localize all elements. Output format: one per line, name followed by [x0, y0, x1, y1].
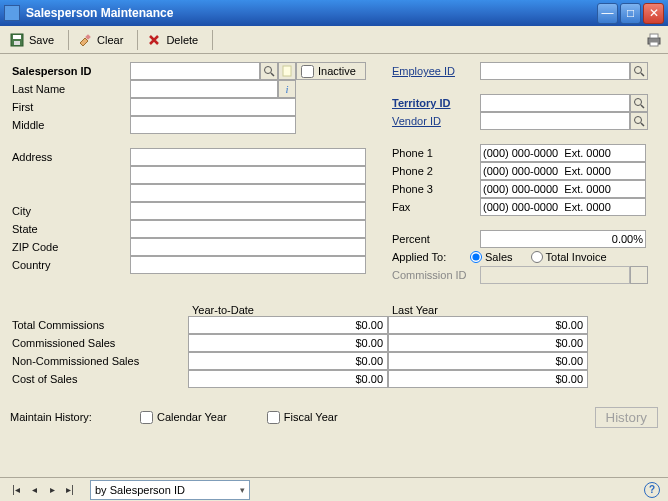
delete-icon [146, 32, 162, 48]
nav-last-button[interactable]: ▸| [62, 482, 78, 498]
svg-point-14 [635, 117, 642, 124]
svg-point-7 [265, 67, 272, 74]
svg-line-8 [271, 73, 274, 76]
salesperson-id-note[interactable] [278, 62, 296, 80]
salesperson-id-field[interactable] [130, 62, 260, 80]
close-button[interactable]: ✕ [643, 3, 664, 24]
employee-id-field[interactable] [480, 62, 630, 80]
titlebar: Salesperson Maintenance — □ ✕ [0, 0, 668, 26]
phone2-field[interactable] [480, 162, 646, 180]
zip-field[interactable] [130, 238, 366, 256]
maintain-history-label: Maintain History: [10, 411, 138, 423]
inactive-checkbox[interactable] [301, 65, 314, 78]
middle-field[interactable] [130, 116, 296, 134]
applied-sales-radio[interactable] [470, 251, 482, 263]
inactive-container: Inactive [296, 62, 366, 80]
inactive-label: Inactive [318, 65, 356, 77]
address1-field[interactable] [130, 148, 366, 166]
address3-field[interactable] [130, 184, 366, 202]
fax-label: Fax [390, 201, 480, 213]
commissioned-sales-row: Commissioned Sales $0.00 $0.00 [10, 334, 658, 352]
non-commissioned-sales-row: Non-Commissioned Sales $0.00 $0.00 [10, 352, 658, 370]
svg-line-15 [641, 123, 644, 126]
city-label: City [10, 205, 130, 217]
cost-of-sales-ytd[interactable]: $0.00 [188, 370, 388, 388]
territory-id-lookup[interactable] [630, 94, 648, 112]
employee-id-lookup[interactable] [630, 62, 648, 80]
phone3-label: Phone 3 [390, 183, 480, 195]
calendar-year-label: Calendar Year [157, 411, 227, 423]
fiscal-year-checkbox[interactable] [267, 411, 280, 424]
applied-sales-label: Sales [485, 251, 513, 263]
territory-id-link[interactable]: Territory ID [390, 97, 480, 109]
clear-button[interactable]: Clear [72, 29, 132, 51]
cost-of-sales-row: Cost of Sales $0.00 $0.00 [10, 370, 658, 388]
percent-label: Percent [390, 233, 480, 245]
print-button[interactable] [644, 30, 664, 50]
toolbar: Save Clear Delete [0, 26, 668, 54]
help-button[interactable]: ? [644, 482, 660, 498]
minimize-button[interactable]: — [597, 3, 618, 24]
save-icon [9, 32, 25, 48]
last-name-field[interactable] [130, 80, 278, 98]
clear-label: Clear [97, 34, 123, 46]
phone1-label: Phone 1 [390, 147, 480, 159]
last-name-label: Last Name [10, 83, 130, 95]
percent-field[interactable] [480, 230, 646, 248]
nav-prev-button[interactable]: ◂ [26, 482, 42, 498]
middle-label: Middle [10, 119, 130, 131]
phone3-field[interactable] [480, 180, 646, 198]
calendar-year-checkbox[interactable] [140, 411, 153, 424]
save-label: Save [29, 34, 54, 46]
totals-header: Year-to-Date Last Year [10, 304, 658, 316]
commissioned-sales-ytd[interactable]: $0.00 [188, 334, 388, 352]
zip-label: ZIP Code [10, 241, 130, 253]
delete-button[interactable]: Delete [141, 29, 207, 51]
svg-rect-6 [650, 42, 658, 46]
vendor-id-field[interactable] [480, 112, 630, 130]
info-icon: i [285, 83, 288, 95]
vendor-id-link[interactable]: Vendor ID [390, 115, 480, 127]
non-commissioned-sales-ytd[interactable]: $0.00 [188, 352, 388, 370]
save-button[interactable]: Save [4, 29, 63, 51]
salesperson-id-lookup[interactable] [260, 62, 278, 80]
first-field[interactable] [130, 98, 296, 116]
commission-id-lookup [630, 266, 648, 284]
total-commissions-ly[interactable]: $0.00 [388, 316, 588, 334]
city-field[interactable] [130, 202, 366, 220]
employee-id-link[interactable]: Employee ID [390, 65, 480, 77]
applied-total-invoice-radio[interactable] [531, 251, 543, 263]
history-button: History [595, 407, 658, 428]
salesperson-id-label: Salesperson ID [10, 65, 130, 77]
svg-line-11 [641, 73, 644, 76]
fax-field[interactable] [480, 198, 646, 216]
total-commissions-ytd[interactable]: $0.00 [188, 316, 388, 334]
commissioned-sales-ly[interactable]: $0.00 [388, 334, 588, 352]
fiscal-year-label: Fiscal Year [284, 411, 338, 423]
country-field[interactable] [130, 256, 366, 274]
ytd-header: Year-to-Date [188, 304, 388, 316]
sort-by-dropdown[interactable]: by Salesperson ID ▾ [90, 480, 250, 500]
non-commissioned-sales-ly[interactable]: $0.00 [388, 352, 588, 370]
search-icon [633, 115, 645, 127]
window-title: Salesperson Maintenance [26, 6, 597, 20]
svg-rect-2 [14, 41, 20, 45]
nav-next-button[interactable]: ▸ [44, 482, 60, 498]
total-commissions-label: Total Commissions [10, 316, 188, 334]
svg-point-10 [635, 67, 642, 74]
vendor-id-lookup[interactable] [630, 112, 648, 130]
state-field[interactable] [130, 220, 366, 238]
clear-icon [77, 32, 93, 48]
svg-rect-9 [283, 66, 291, 76]
applied-to-label: Applied To: [390, 251, 462, 263]
non-commissioned-sales-label: Non-Commissioned Sales [10, 352, 188, 370]
address2-field[interactable] [130, 166, 366, 184]
phone1-field[interactable] [480, 144, 646, 162]
commission-id-label: Commission ID [390, 269, 480, 281]
nav-first-button[interactable]: |◂ [8, 482, 24, 498]
cost-of-sales-ly[interactable]: $0.00 [388, 370, 588, 388]
territory-id-field[interactable] [480, 94, 630, 112]
note-icon [281, 65, 293, 77]
maximize-button[interactable]: □ [620, 3, 641, 24]
info-button[interactable]: i [278, 80, 296, 98]
